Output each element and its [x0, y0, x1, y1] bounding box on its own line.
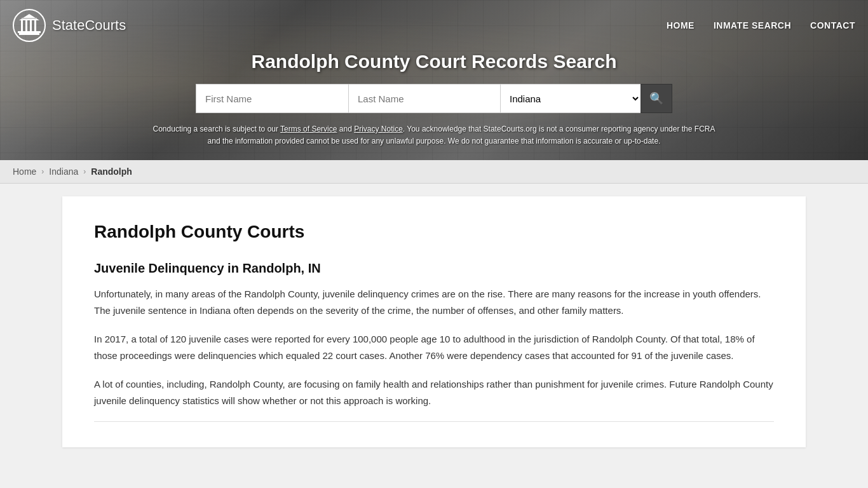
paragraph-2: In 2017, a total of 120 juvenile cases w…: [94, 331, 774, 363]
search-section: Randolph County Court Records Search Sel…: [0, 51, 868, 160]
svg-rect-6: [34, 20, 36, 31]
logo-bold: State: [52, 17, 85, 33]
svg-rect-4: [25, 20, 27, 31]
svg-rect-2: [18, 31, 41, 33]
breadcrumb-home[interactable]: Home: [13, 166, 36, 177]
breadcrumb: Home › Indiana › Randolph: [0, 160, 868, 184]
disclaimer-text: Conducting a search is subject to our Te…: [148, 123, 720, 147]
main-content: Randolph County Courts Juvenile Delinque…: [0, 184, 868, 460]
breadcrumb-state[interactable]: Indiana: [49, 166, 78, 177]
search-icon: 🔍: [649, 92, 663, 105]
section1-title: Juvenile Delinquency in Randolph, IN: [94, 261, 774, 276]
state-select[interactable]: Select State Alabama Alaska Arizona Arka…: [501, 84, 641, 113]
search-title: Randolph County Court Records Search: [13, 51, 855, 72]
nav-contact[interactable]: CONTACT: [810, 20, 855, 30]
last-name-input[interactable]: [348, 84, 501, 113]
paragraph-1: Unfortunately, in many areas of the Rand…: [94, 286, 774, 318]
nav-inmate-search[interactable]: INMATE SEARCH: [714, 20, 791, 30]
search-form: Select State Alabama Alaska Arizona Arka…: [13, 84, 855, 113]
privacy-link[interactable]: Privacy Notice: [354, 125, 403, 133]
disclaimer-and: and: [337, 125, 354, 133]
breadcrumb-sep-1: ›: [41, 167, 44, 176]
svg-marker-7: [19, 14, 39, 20]
content-card: Randolph County Courts Juvenile Delinque…: [62, 196, 806, 447]
logo-icon: [13, 9, 46, 42]
header: StateCourts HOME INMATE SEARCH CONTACT R…: [0, 0, 868, 160]
breadcrumb-sep-2: ›: [83, 167, 86, 176]
navigation: StateCourts HOME INMATE SEARCH CONTACT: [0, 0, 868, 51]
svg-rect-5: [30, 20, 32, 31]
content-divider: [94, 421, 774, 422]
terms-link[interactable]: Terms of Service: [280, 125, 337, 133]
logo-link[interactable]: StateCourts: [13, 9, 126, 42]
breadcrumb-current: Randolph: [91, 166, 132, 177]
svg-rect-3: [21, 20, 23, 31]
svg-rect-8: [22, 18, 37, 19]
svg-rect-1: [19, 33, 39, 35]
nav-home[interactable]: HOME: [667, 20, 695, 30]
nav-links: HOME INMATE SEARCH CONTACT: [667, 20, 855, 30]
disclaimer-prefix: Conducting a search is subject to our: [153, 125, 281, 133]
paragraph-3: A lot of counties, including, Randolph C…: [94, 376, 774, 409]
first-name-input[interactable]: [196, 84, 348, 113]
page-title: Randolph County Courts: [94, 222, 774, 242]
search-button[interactable]: 🔍: [641, 84, 672, 113]
logo-text: StateCourts: [52, 17, 126, 34]
logo-normal: Courts: [85, 17, 126, 33]
